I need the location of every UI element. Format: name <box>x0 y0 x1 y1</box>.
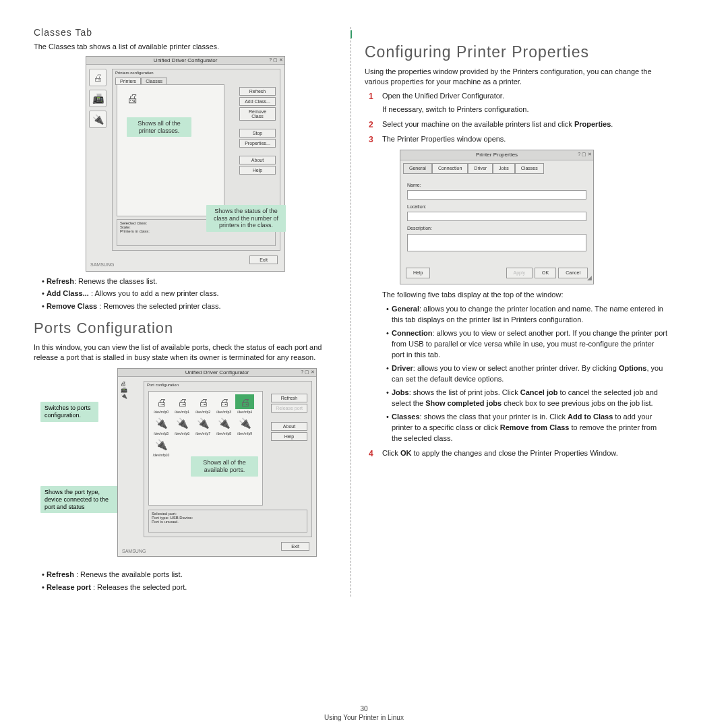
exit-button[interactable]: Exit <box>281 542 309 551</box>
location-input[interactable] <box>407 212 586 221</box>
ports-heading: Ports Configuration <box>34 320 337 337</box>
step-3: 3 The Printer Properties window opens. P… <box>369 134 668 444</box>
brand-logo: SAMSUNG <box>122 549 146 553</box>
step-1: 1 Open the Unified Driver Configurator. … <box>369 91 668 115</box>
window-title: Printer Properties? ▢ ✕ <box>400 150 593 160</box>
help-button[interactable]: Help <box>239 166 276 175</box>
callout-available-ports: Shows all of the available ports. <box>191 456 258 477</box>
page-footer: 30 Using Your Printer in Linux <box>0 705 728 721</box>
callout-class-status: Shows the status of the class and the nu… <box>206 205 286 232</box>
scanner-section-icon: 📠 <box>89 90 107 107</box>
refresh-button[interactable]: Refresh <box>271 394 307 402</box>
group-label: Port configuration <box>147 383 311 387</box>
page-number: 30 <box>0 705 728 712</box>
ports-intro: In this window, you can view the list of… <box>34 342 337 363</box>
desc-driver: Driver: allows you to view or select ano… <box>386 363 668 385</box>
column-divider <box>351 27 351 597</box>
stop-button[interactable]: Stop <box>239 129 276 138</box>
name-input[interactable] <box>407 190 586 200</box>
desc-classes: Classes: shows the class that your print… <box>386 412 668 444</box>
help-button[interactable]: Help <box>271 432 307 441</box>
label-name: Name: <box>407 182 586 189</box>
refresh-button[interactable]: Refresh <box>239 87 276 96</box>
label-location: Location: <box>407 204 586 210</box>
window-title: Unified Driver Configurator? ▢ ✕ <box>86 57 284 65</box>
bullet-add-class: Add Class... : Allows you to add a new p… <box>42 288 337 299</box>
description-input[interactable] <box>407 234 586 251</box>
screenshot-printer-properties: Printer Properties? ▢ ✕ GeneralConnectio… <box>400 150 594 284</box>
bullet-ports-refresh: Refresh : Renews the available ports lis… <box>42 569 337 580</box>
classes-intro: The Classes tab shows a list of availabl… <box>34 42 337 52</box>
apply-button[interactable]: Apply <box>506 268 533 278</box>
desc-jobs: Jobs: shows the list of print jobs. Clic… <box>386 388 668 409</box>
step-4: 4 Click OK to apply the changes and clos… <box>369 448 668 459</box>
screenshot-ports: Unified Driver Configurator? ▢ ✕ 🖨 📠 🔌 P… <box>117 368 317 557</box>
label-description: Description: <box>407 225 586 232</box>
window-controls-icon: ? ▢ ✕ <box>269 57 283 63</box>
about-button[interactable]: About <box>271 422 307 431</box>
port-grid[interactable]: 🖨🖨🖨🖨🖨 /dev/mfp0/dev/mfp1/dev/mfp2/dev/mf… <box>148 391 263 506</box>
bullet-release-port: Release port : Releases the selected por… <box>42 582 337 593</box>
bullet-refresh: Refresh: Renews the classes list. <box>42 276 337 287</box>
tab-connection[interactable]: Connection <box>432 163 468 174</box>
printer-class-icon: 🖨 <box>121 89 144 109</box>
desc-general: General: allows you to change the printe… <box>386 304 668 326</box>
add-class-button[interactable]: Add Class... <box>239 97 276 106</box>
callout-switch-ports: Switches to ports configuration. <box>40 402 98 422</box>
resize-grip-icon: ◢ <box>587 274 592 282</box>
desc-connection: Connection: allows you to view or select… <box>386 328 668 361</box>
properties-button[interactable]: Properties... <box>239 139 276 148</box>
ok-button[interactable]: OK <box>535 268 556 278</box>
printer-section-icon: 🖨 <box>121 381 141 387</box>
bullet-remove-class: Remove Class : Removes the selected prin… <box>42 301 337 312</box>
remove-class-button[interactable]: Remove Class <box>239 107 276 121</box>
callout-port-status: Shows the port type, device connected to… <box>40 486 121 513</box>
tab-jobs[interactable]: Jobs <box>493 163 515 174</box>
group-label: Printers configuration <box>115 71 280 75</box>
configuring-heading: Configuring Printer Properties <box>365 43 668 61</box>
printer-section-icon: 🖨 <box>89 69 107 86</box>
tab-classes[interactable]: Classes <box>515 163 544 174</box>
exit-button[interactable]: Exit <box>249 255 278 264</box>
scanner-section-icon: 📠 <box>121 387 141 393</box>
window-title: Unified Driver Configurator? ▢ ✕ <box>118 369 316 377</box>
chapter-title: Using Your Printer in Linux <box>324 714 404 721</box>
tab-driver[interactable]: Driver <box>468 163 493 174</box>
ports-section-icon: 🔌 <box>89 111 107 128</box>
configuring-intro: Using the properties window provided by … <box>365 67 668 87</box>
help-button[interactable]: Help <box>406 268 430 278</box>
window-controls-icon: ? ▢ ✕ <box>578 151 592 158</box>
callout-printer-classes: Shows all of the printer classes. <box>127 117 191 138</box>
window-controls-icon: ? ▢ ✕ <box>301 369 315 375</box>
cancel-button[interactable]: Cancel <box>558 268 588 278</box>
class-list[interactable]: 🖨 <box>117 84 224 216</box>
classes-tab-heading: Classes Tab <box>34 27 337 38</box>
about-button[interactable]: About <box>239 156 276 164</box>
tabs-intro: The following five tabs display at the t… <box>382 290 668 300</box>
selected-port-panel: Selected port: Port type: USB Device: Po… <box>148 510 307 533</box>
brand-logo: SAMSUNG <box>90 262 114 267</box>
release-port-button[interactable]: Release port <box>271 404 307 413</box>
screenshot-classes-tab: Unified Driver Configurator? ▢ ✕ 🖨 📠 🔌 P… <box>86 56 285 272</box>
step-2: 2 Select your machine on the available p… <box>369 119 668 130</box>
ports-section-icon: 🔌 <box>121 393 141 399</box>
tab-general[interactable]: General <box>403 163 432 174</box>
